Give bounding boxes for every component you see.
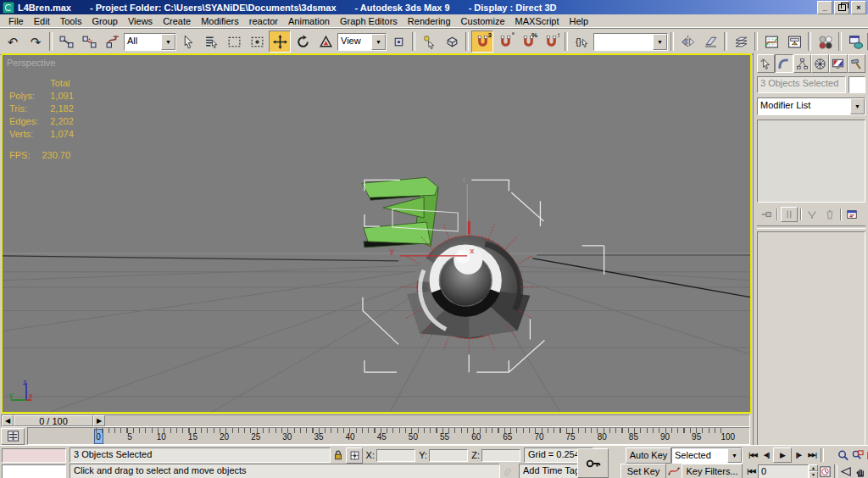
- bind-to-spacewarp-icon[interactable]: [101, 31, 123, 53]
- toggle-set-key-mode-button[interactable]: [577, 448, 609, 478]
- new-key-default-in-out-tangents-icon[interactable]: [666, 464, 682, 478]
- menu-item[interactable]: Edit: [29, 16, 55, 26]
- render-scene-dialog-icon[interactable]: [844, 31, 866, 53]
- x-coordinate-field[interactable]: [376, 449, 415, 462]
- spinner-up-icon[interactable]: ▲: [809, 464, 818, 472]
- menu-item[interactable]: Group: [86, 16, 123, 26]
- tab-utilities-icon[interactable]: [848, 54, 865, 73]
- key-mode-toggle-icon[interactable]: |◀◀: [744, 464, 758, 478]
- zoom-extents-icon[interactable]: [865, 448, 868, 462]
- modifier-list-dropdown[interactable]: Modifier List ▼: [757, 97, 865, 115]
- curve-editor-icon[interactable]: [760, 31, 782, 53]
- dropdown-arrow-icon[interactable]: ▼: [161, 34, 175, 50]
- next-frame-button[interactable]: ||▶: [792, 448, 805, 462]
- menu-item[interactable]: File: [3, 16, 29, 26]
- menu-item[interactable]: MAXScript: [510, 16, 565, 26]
- track-bar-ruler[interactable]: 0510152025303540455055606570758085909510…: [27, 427, 750, 445]
- make-unique-icon[interactable]: [804, 208, 820, 221]
- remove-modifier-icon[interactable]: [822, 208, 837, 221]
- field-of-view-icon[interactable]: [839, 464, 854, 478]
- maxscript-mini-listener-pink[interactable]: [2, 448, 66, 463]
- reference-coordinate-system-dropdown[interactable]: View ▼: [337, 33, 387, 51]
- object-name-field[interactable]: 3 Objects Selected: [757, 76, 846, 93]
- perspective-viewport[interactable]: z: [1, 53, 752, 414]
- menu-item[interactable]: Create: [158, 16, 196, 26]
- tab-motion-icon[interactable]: [811, 54, 829, 73]
- menu-item[interactable]: Tools: [55, 16, 87, 26]
- select-and-link-icon[interactable]: [55, 31, 77, 53]
- dropdown-arrow-icon[interactable]: ▼: [727, 448, 742, 463]
- spinner-snap-icon[interactable]: ↕: [540, 31, 562, 53]
- minimize-button[interactable]: _: [817, 1, 832, 14]
- unlink-selection-icon[interactable]: [78, 31, 100, 53]
- time-next-button[interactable]: ▶: [93, 415, 105, 426]
- time-slider-handle[interactable]: 0 / 100: [14, 415, 93, 426]
- named-selection-sets-dropdown[interactable]: ▼: [593, 33, 668, 51]
- percent-snap-icon[interactable]: %: [517, 31, 539, 53]
- selection-lock-toggle-icon[interactable]: [331, 448, 346, 463]
- dropdown-arrow-icon[interactable]: ▼: [850, 98, 865, 114]
- absolute-mode-transform-icon[interactable]: [346, 447, 363, 464]
- time-configuration-icon[interactable]: [818, 464, 832, 478]
- tab-modify-icon[interactable]: [775, 54, 793, 73]
- rectangular-selection-region-icon[interactable]: [223, 31, 245, 53]
- use-pivot-point-center-icon[interactable]: [387, 31, 409, 53]
- y-coordinate-field[interactable]: [429, 449, 468, 462]
- select-and-scale-icon[interactable]: [314, 31, 337, 53]
- title-bar[interactable]: L4Bren.max - Project Folder: C:\Users\SY…: [0, 0, 868, 14]
- close-button[interactable]: ×: [851, 1, 866, 14]
- schematic-view-icon[interactable]: [783, 31, 805, 53]
- frame-spinner[interactable]: ▲ ▼: [809, 464, 818, 478]
- tab-hierarchy-icon[interactable]: [793, 54, 811, 73]
- menu-item[interactable]: Graph Editors: [335, 16, 403, 26]
- selection-filter-dropdown[interactable]: All ▼: [124, 33, 176, 51]
- redo-icon[interactable]: ↷: [25, 31, 47, 53]
- open-mini-curve-editor-button[interactable]: [1, 428, 25, 445]
- zoom-all-icon[interactable]: [850, 448, 865, 462]
- tab-display-icon[interactable]: [829, 54, 847, 73]
- viewport-label[interactable]: Perspective: [7, 58, 55, 68]
- edit-named-selection-sets-icon[interactable]: [570, 31, 593, 53]
- time-prev-button[interactable]: ◀: [2, 415, 14, 426]
- angle-snap-icon[interactable]: °: [494, 31, 516, 53]
- menu-item[interactable]: Views: [123, 16, 158, 26]
- select-and-manipulate-icon[interactable]: [418, 31, 440, 53]
- set-key-button[interactable]: Set Key: [620, 464, 666, 478]
- object-color-swatch[interactable]: [849, 76, 865, 93]
- current-frame-field[interactable]: 0: [758, 464, 809, 478]
- select-object-icon[interactable]: [177, 31, 199, 53]
- undo-icon[interactable]: ↶: [2, 31, 24, 53]
- go-to-end-button[interactable]: ▶▶|: [805, 448, 819, 462]
- restore-button[interactable]: [834, 1, 849, 14]
- layer-manager-icon[interactable]: [730, 31, 752, 53]
- maxscript-mini-listener-white[interactable]: [2, 464, 66, 478]
- zoom-icon[interactable]: [836, 448, 850, 462]
- play-animation-button[interactable]: ▶: [773, 447, 792, 463]
- material-editor-icon[interactable]: [814, 31, 836, 53]
- select-and-rotate-icon[interactable]: [292, 31, 314, 53]
- pan-view-icon[interactable]: [854, 464, 868, 478]
- menu-item[interactable]: Modifiers: [196, 16, 244, 26]
- previous-frame-button[interactable]: ◀||: [760, 448, 773, 462]
- configure-modifier-sets-icon[interactable]: [844, 208, 860, 221]
- select-and-move-icon[interactable]: [269, 31, 291, 53]
- selected-keys-dropdown[interactable]: Selected ▼: [671, 447, 743, 464]
- menu-item[interactable]: reactor: [244, 16, 283, 26]
- isolate-notification-icon[interactable]: [500, 464, 515, 478]
- select-by-name-icon[interactable]: [200, 31, 222, 53]
- menu-item[interactable]: Help: [565, 16, 594, 26]
- snaps-toggle-icon[interactable]: 3: [471, 31, 493, 53]
- tab-create-icon[interactable]: [757, 54, 775, 73]
- dropdown-arrow-icon[interactable]: ▼: [371, 34, 386, 50]
- auto-key-button[interactable]: Auto Key: [626, 447, 671, 464]
- z-coordinate-field[interactable]: [481, 449, 520, 462]
- window-crossing-icon[interactable]: [246, 31, 268, 53]
- modifier-stack-list[interactable]: [757, 119, 865, 203]
- go-to-start-button[interactable]: |◀◀: [746, 448, 760, 462]
- dropdown-arrow-icon[interactable]: ▼: [653, 34, 667, 50]
- menu-item[interactable]: Rendering: [403, 16, 456, 26]
- pin-stack-icon[interactable]: [759, 208, 774, 221]
- menu-item[interactable]: Animation: [283, 16, 335, 26]
- show-end-result-icon[interactable]: [781, 207, 798, 222]
- key-filters-button[interactable]: Key Filters...: [682, 464, 743, 478]
